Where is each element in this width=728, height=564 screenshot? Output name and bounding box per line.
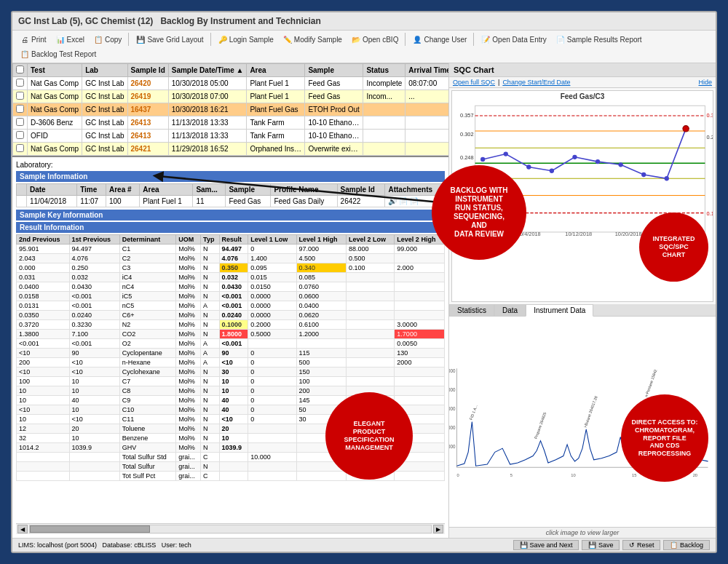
result-cell-5-9 (395, 292, 445, 301)
sample-key-header: Sample Key Information (16, 210, 445, 221)
tab-statistics[interactable]: Statistics (449, 304, 494, 316)
backlog-cell-1-3: 10/30/2018 07:00 (168, 90, 247, 103)
svg-text:5000: 5000 (449, 406, 456, 411)
backlog-row-0[interactable]: Nat Gas CompGC Inst Lab2642010/30/2018 0… (13, 77, 449, 90)
backlog-button[interactable]: 📋 Backlog (663, 540, 710, 550)
lab-row: Laboratory: (16, 161, 445, 169)
save-button[interactable]: 💾 Save (582, 540, 620, 550)
backlog-cell-3-1: GC Inst Lab (82, 116, 127, 130)
result-cell-1-2: C2 (119, 254, 176, 263)
hide-sqc-link[interactable]: Hide (698, 79, 712, 86)
backlog-cell-5-7 (405, 143, 448, 156)
backlog-cell-5-4: Orphaned Instrument Runs (247, 143, 305, 156)
result-cell-21-6 (248, 443, 296, 453)
backlog-row-3[interactable]: D-3606 BenzGC Inst Lab2641311/13/2018 13… (13, 116, 449, 130)
result-cell-18-2: C11 (119, 415, 176, 424)
row-checkbox-3[interactable] (16, 118, 24, 126)
result-cell-8-1: 0.3230 (69, 320, 119, 330)
status-bar: LIMS: localhost (port 5004) Database: cB… (12, 538, 716, 552)
horizontal-scrollbar[interactable]: ◀ ▶ (16, 523, 445, 534)
result-row-6: 0.0131<0.001nC5Mol%A<0.0010.00000.0400 (17, 301, 445, 311)
backlog-row-1[interactable]: Nat Gas CompGC Inst Lab2641910/30/2018 0… (13, 90, 449, 103)
result-row-3: 0.0310.032iC4Mol%N0.0320.0150.085 (17, 273, 445, 282)
result-row-8: 0.37200.3230N2Mol%N0.10000.20000.61003.0… (17, 320, 445, 330)
reset-button[interactable]: ↺ Reset (622, 540, 660, 550)
copy-button[interactable]: 📋 Copy (90, 33, 125, 46)
result-cell-22-8 (347, 453, 395, 462)
row-checkbox-2[interactable] (16, 105, 24, 113)
result-cell-14-9 (395, 377, 445, 386)
result-cell-18-6: 0 (248, 415, 296, 424)
row-checkbox-5[interactable] (16, 144, 24, 152)
svg-text:10: 10 (571, 473, 575, 477)
result-cell-11-4: A (201, 349, 220, 358)
result-cell-17-8 (347, 405, 395, 415)
results-table-container[interactable]: 2nd Previous1st PreviousDeterminantUOMTy… (16, 234, 445, 523)
result-cell-13-5: 30 (219, 368, 248, 377)
si-col-area: Area (140, 184, 193, 196)
result-cell-24-9 (395, 472, 445, 481)
scroll-right-btn[interactable]: ▶ (433, 525, 443, 533)
save-grid-button[interactable]: 💾 Save Grid Layout (132, 33, 207, 46)
result-cell-4-2: nC4 (119, 282, 176, 292)
sqc-chart-svg: 0.357 0.302 0.248 0.193 0.138 (452, 102, 713, 247)
toolbar-sep-2 (210, 33, 211, 46)
open-cbiq-button[interactable]: 📂 Open cBIQ (347, 33, 402, 46)
result-cell-14-2: C7 (119, 377, 176, 386)
backlog-cell-0-2: 26420 (127, 77, 168, 90)
result-cell-7-7: 0.0620 (296, 311, 347, 320)
result-cell-12-6: 0 (248, 358, 296, 368)
result-cell-6-1: <0.001 (69, 301, 119, 311)
result-cell-15-7: 200 (296, 386, 347, 396)
open-full-sqc-link[interactable]: Open full SQC (453, 79, 495, 86)
tab-instrument-data[interactable]: Instrument Data (526, 304, 593, 317)
result-col-result: Result (219, 235, 248, 245)
result-cell-1-4: N (201, 254, 220, 263)
select-all-checkbox[interactable] (16, 65, 24, 74)
result-cell-15-8 (347, 386, 395, 396)
result-col-level2low: Level 2 Low (347, 235, 395, 245)
scroll-track[interactable] (29, 525, 432, 533)
backlog-row-2[interactable]: Nat Gas CompGC Inst Lab1643710/30/2018 1… (13, 103, 449, 116)
sqc-chart-area[interactable]: Feed Gas/C3 0.357 0.302 0.248 0.193 0.13… (451, 90, 713, 302)
chromatogram-area[interactable]: 7000 6000 5000 4000 3000 FID 1 A... Prop… (449, 317, 716, 527)
result-cell-15-2: C8 (119, 386, 176, 396)
result-cell-1-5: 4.076 (219, 254, 248, 263)
results-icon: 📄 (555, 34, 566, 44)
result-cell-10-2: O2 (119, 339, 176, 349)
chart-title: Feed Gas/C3 (452, 91, 713, 102)
login-sample-button[interactable]: 🔑 Login Sample (214, 33, 277, 46)
save-next-button[interactable]: 💾 Save and Next (513, 540, 579, 550)
modify-sample-button[interactable]: ✏️ Modify Sample (279, 33, 346, 46)
results-report-button[interactable]: 📄 Sample Results Report (552, 33, 646, 46)
result-cell-7-0: 0.0350 (17, 311, 70, 320)
change-user-icon: 👤 (412, 34, 422, 44)
row-checkbox-4[interactable] (16, 131, 24, 139)
excel-button[interactable]: 📊 Excel (52, 33, 88, 46)
print-button[interactable]: 🖨 Print (16, 33, 50, 46)
row-checkbox-0[interactable] (16, 79, 24, 87)
row-checkbox-1[interactable] (16, 92, 24, 100)
result-cell-17-2: C10 (119, 405, 176, 415)
result-cell-10-6 (248, 339, 296, 349)
backlog-report-icon: 📋 (20, 49, 30, 59)
result-cell-13-1: <10 (69, 368, 119, 377)
scroll-thumb[interactable] (30, 525, 150, 533)
scroll-left-btn[interactable]: ◀ (17, 525, 28, 533)
backlog-row-4[interactable]: OFIDGC Inst Lab2641311/13/2018 13:33Tank… (13, 130, 449, 143)
tab-data[interactable]: Data (494, 304, 526, 316)
result-cell-12-1: <10 (69, 358, 119, 368)
si-col-sampleid: Sample Id (337, 184, 385, 196)
lims-host: localhost (port 5004) (37, 541, 97, 549)
change-date-link[interactable]: Change Start/End Date (502, 79, 570, 86)
result-cell-8-7: 0.6100 (296, 320, 347, 330)
change-user-button[interactable]: 👤 Change User (408, 33, 470, 46)
result-cell-1-7: 4.500 (296, 254, 347, 263)
backlog-test-report-button[interactable]: 📋 Backlog Test Report (16, 47, 100, 60)
open-data-entry-button[interactable]: 📝 Open Data Entry (477, 33, 550, 46)
result-cell-18-3: Mol% (176, 415, 201, 424)
result-cell-2-5: 0.350 (219, 263, 248, 273)
result-cell-1-0: 2.043 (17, 254, 70, 263)
result-cell-19-5: 20 (219, 424, 248, 434)
backlog-row-5[interactable]: Nat Gas CompGC Inst Lab2642111/29/2018 1… (13, 143, 449, 156)
